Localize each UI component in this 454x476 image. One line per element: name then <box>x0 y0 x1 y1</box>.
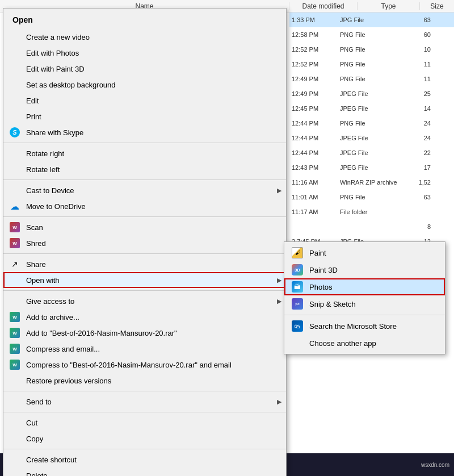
photos-icon: 🏔 <box>292 281 303 293</box>
menu-item-move-to-onedrive[interactable]: ☁Move to OneDrive <box>3 198 286 214</box>
file-date: 12:49 PM <box>292 76 340 82</box>
onedrive-icon: ☁ <box>10 201 19 212</box>
file-row[interactable]: 1:33 PM JPG File 63 <box>289 12 454 27</box>
file-type: PNG File <box>340 31 408 38</box>
menu-item-label: Cut <box>26 419 37 427</box>
menu-item-label: Print <box>26 112 41 121</box>
menu-item-create-new-video[interactable]: Create a new video <box>3 29 286 45</box>
file-size: 63 <box>408 16 431 23</box>
menu-item-send-to[interactable]: Send to▶ <box>3 394 286 410</box>
menu-item-rotate-right[interactable]: Rotate right <box>3 145 286 161</box>
winrar-icon: W <box>10 328 20 338</box>
menu-item-label: Give access to <box>26 297 74 306</box>
file-row[interactable]: 12:49 PM JPEG File 25 <box>289 86 454 101</box>
menu-item-print[interactable]: Print <box>3 108 286 124</box>
menu-item-add-to-best[interactable]: WAdd to "Best-of-2016-Nasim-Mansurov-20.… <box>3 325 286 341</box>
file-date: 12:44 PM <box>292 120 340 127</box>
submenu-item-paint[interactable]: 🖌Paint <box>284 244 445 261</box>
menu-item-label: Compress and email... <box>26 345 100 353</box>
menu-item-label: Share with Skype <box>26 128 83 137</box>
share-icon: ↗ <box>11 260 18 269</box>
menu-item-delete[interactable]: Delete <box>3 467 286 476</box>
menu-item-set-desktop-bg[interactable]: Set as desktop background <box>3 77 286 93</box>
menu-item-share-skype[interactable]: SShare with Skype <box>3 124 286 140</box>
col-date[interactable]: Date modified <box>289 2 358 10</box>
submenu-item-label: Choose another app <box>309 339 376 348</box>
file-row[interactable]: 12:52 PM PNG File 11 <box>289 57 454 72</box>
winrar-icon: W <box>10 238 20 248</box>
menu-item-edit-with-paint3d[interactable]: Edit with Paint 3D <box>3 61 286 77</box>
menu-item-copy[interactable]: Copy <box>3 431 286 446</box>
submenu-item-snip-sketch[interactable]: ✂Snip & Sketch <box>284 295 445 312</box>
taskbar-label: wsxdn.com <box>421 462 449 468</box>
menu-item-restore-versions[interactable]: Restore previous versions <box>3 373 286 389</box>
submenu-item-paint3d[interactable]: 3DPaint 3D <box>284 261 445 278</box>
file-date: 12:58 PM <box>292 31 340 38</box>
file-row[interactable]: 12:44 PM JPEG File 22 <box>289 145 454 160</box>
file-date: 11:16 AM <box>292 179 340 186</box>
file-date: 11:01 AM <box>292 194 340 201</box>
file-row[interactable]: 12:45 PM JPEG File 14 <box>289 101 454 116</box>
file-row[interactable]: 12:44 PM PNG File 24 <box>289 116 454 131</box>
file-date: 12:44 PM <box>292 135 340 141</box>
file-size: 10 <box>408 46 431 53</box>
submenu-item-label: Paint 3D <box>309 266 338 274</box>
open-with-submenu: 🖌Paint3DPaint 3D🏔Photos✂Snip & Sketch🛍Se… <box>284 241 445 354</box>
submenu-arrow-icon: ▶ <box>277 277 281 284</box>
file-row[interactable]: 12:52 PM PNG File 10 <box>289 42 454 57</box>
winrar-icon: W <box>10 344 20 354</box>
file-date: 12:52 PM <box>292 46 340 53</box>
menu-item-cut[interactable]: Cut <box>3 415 286 431</box>
menu-item-open-with[interactable]: Open with▶ <box>3 272 286 288</box>
menu-item-cast-to-device[interactable]: Cast to Device▶ <box>3 182 286 198</box>
file-type: WinRAR ZIP archive <box>340 179 408 186</box>
menu-item-label: Add to "Best-of-2016-Nasim-Mansurov-20.r… <box>26 329 177 337</box>
submenu-item-choose-another[interactable]: Choose another app <box>284 335 445 352</box>
file-type: PNG File <box>340 76 408 82</box>
paint3d-icon: 3D <box>292 264 303 275</box>
file-row[interactable]: 12:49 PM PNG File 11 <box>289 72 454 86</box>
file-row[interactable]: 11:17 AM File folder <box>289 204 454 219</box>
menu-item-label: Rotate left <box>26 165 60 174</box>
menu-item-give-access-to[interactable]: Give access to▶ <box>3 293 286 309</box>
col-size[interactable]: Size <box>420 2 454 10</box>
file-type: JPEG File <box>340 164 408 171</box>
file-date: 12:43 PM <box>292 164 340 171</box>
menu-item-scan[interactable]: WScan <box>3 219 286 235</box>
file-row[interactable]: 11:16 AM WinRAR ZIP archive 1,52 <box>289 175 454 190</box>
menu-item-add-to-archive[interactable]: WAdd to archive... <box>3 309 286 325</box>
submenu-item-search-store[interactable]: 🛍Search the Microsoft Store <box>284 318 445 335</box>
file-date: 1:33 PM <box>292 16 340 23</box>
file-row[interactable]: 11:01 AM PNG File 63 <box>289 190 454 204</box>
menu-item-create-shortcut[interactable]: Create shortcut <box>3 452 286 467</box>
menu-item-label: Share <box>26 260 46 269</box>
file-type: PNG File <box>340 46 408 53</box>
file-row[interactable]: 8 <box>289 219 454 234</box>
file-size: 60 <box>408 31 431 38</box>
menu-item-compress-best-email[interactable]: WCompress to "Best-of-2016-Nasim-Mansuro… <box>3 357 286 373</box>
menu-item-label: Cast to Device <box>26 186 74 195</box>
submenu-item-photos[interactable]: 🏔Photos <box>284 278 445 295</box>
menu-item-edit-with-photos[interactable]: Edit with Photos <box>3 45 286 61</box>
file-date: 12:52 PM <box>292 61 340 68</box>
submenu-item-label: Search the Microsoft Store <box>309 322 397 331</box>
menu-item-label: Shred <box>26 239 46 248</box>
menu-item-label: Create shortcut <box>26 456 77 464</box>
menu-item-edit[interactable]: Edit <box>3 93 286 108</box>
submenu-item-label: Snip & Sketch <box>309 300 356 308</box>
menu-item-rotate-left[interactable]: Rotate left <box>3 161 286 177</box>
menu-item-label: Open with <box>26 276 60 285</box>
file-row[interactable]: 12:58 PM PNG File 60 <box>289 27 454 42</box>
menu-item-compress-email[interactable]: WCompress and email... <box>3 341 286 357</box>
file-type: JPEG File <box>340 149 408 156</box>
snip-icon: ✂ <box>292 298 303 310</box>
file-row[interactable]: 12:44 PM JPEG File 24 <box>289 131 454 145</box>
col-type[interactable]: Type <box>358 2 420 10</box>
menu-open-header[interactable]: Open <box>3 11 286 29</box>
menu-separator <box>3 412 286 412</box>
file-type: JPEG File <box>340 90 408 97</box>
menu-item-share[interactable]: ↗Share <box>3 256 286 272</box>
menu-item-label: Restore previous versions <box>26 377 111 385</box>
file-row[interactable]: 12:43 PM JPEG File 17 <box>289 160 454 175</box>
menu-item-shred[interactable]: WShred <box>3 235 286 251</box>
